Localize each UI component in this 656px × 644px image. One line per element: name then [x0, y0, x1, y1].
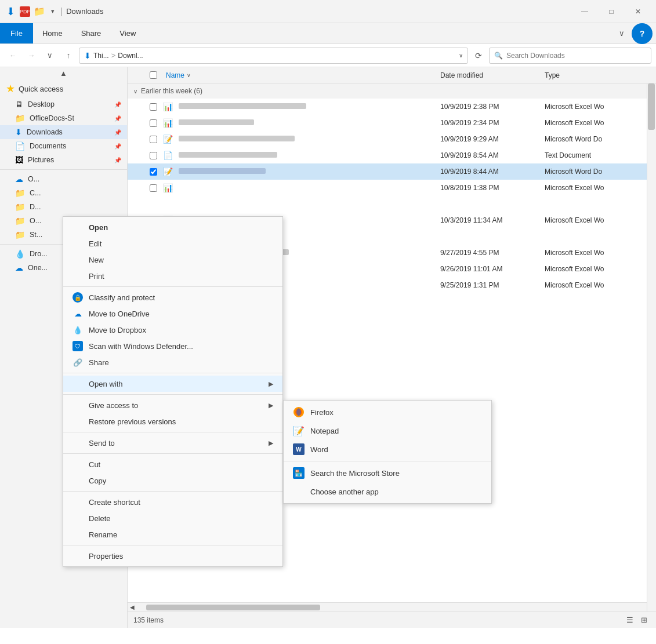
h-scroll-left-btn[interactable]: ◀ — [128, 603, 137, 612]
table-row[interactable]: 📄 10/9/2019 8:54 AM Text Document — [128, 147, 656, 163]
header-checkbox[interactable] — [145, 71, 161, 79]
row-checkbox-6[interactable] — [145, 184, 161, 192]
submenu-word[interactable]: W Word — [284, 440, 491, 459]
sidebar-item-desktop[interactable]: 🖥 Desktop 📌 — [0, 97, 127, 111]
ctx-new[interactable]: New — [63, 252, 282, 268]
ctx-give-access-arrow-icon: ▶ — [269, 402, 273, 409]
row-checkbox-3[interactable] — [145, 136, 161, 143]
quick-access-section[interactable]: ★ Quick access — [0, 79, 127, 97]
search-bar[interactable]: 🔍 — [489, 48, 651, 64]
row-checkbox-1[interactable] — [145, 103, 161, 111]
sidebar-item-officedocs[interactable]: 📁 OfficeDocs-St 📌 — [0, 111, 127, 125]
large-icons-view-button[interactable]: ⊞ — [637, 614, 650, 627]
sidebar-scroll-up[interactable]: ▲ — [0, 67, 127, 79]
menu-expand-chevron[interactable]: ∨ — [612, 23, 632, 43]
ctx-restore[interactable]: Restore previous versions — [63, 413, 282, 430]
h-scrollbar-thumb[interactable] — [146, 605, 320, 610]
submenu-firefox[interactable]: Firefox — [284, 403, 491, 421]
vertical-scrollbar[interactable] — [647, 83, 656, 612]
sidebar-item-d-label: D... — [30, 203, 121, 211]
ctx-open[interactable]: Open — [63, 219, 282, 235]
menu-home[interactable]: Home — [33, 23, 72, 43]
ctx-print[interactable]: Print — [63, 268, 282, 284]
col-type-label: Type — [545, 71, 560, 79]
details-view-button[interactable]: ☰ — [624, 614, 636, 627]
row-checkbox-4[interactable] — [145, 152, 161, 159]
ctx-classify[interactable]: 🔒 Classify and protect — [63, 289, 282, 305]
download-arrow-icon: ⬇ — [5, 6, 16, 17]
menu-view[interactable]: View — [110, 23, 145, 43]
breadcrumb-chevron-icon[interactable]: ∨ — [459, 52, 463, 59]
ctx-properties[interactable]: Properties — [63, 548, 282, 564]
quick-access-toolbar-btn[interactable]: ▾ — [49, 6, 57, 16]
row-checkbox-2[interactable] — [145, 119, 161, 127]
ctx-share[interactable]: 🔗 Share — [63, 354, 282, 370]
ctx-delete[interactable]: Delete — [63, 510, 282, 526]
table-row[interactable]: 📊 10/8/2019 1:38 PM Microsoft Excel Wo — [128, 180, 656, 196]
forward-button[interactable]: → — [23, 48, 39, 64]
o2-folder-icon: 📁 — [15, 216, 25, 225]
horizontal-scrollbar[interactable]: ◀ ▶ — [128, 602, 656, 612]
submenu-store[interactable]: 🏪 Search the Microsoft Store — [284, 464, 491, 482]
submenu-choose-app[interactable]: Choose another app — [284, 482, 491, 501]
ctx-rename[interactable]: Rename — [63, 526, 282, 543]
sidebar-divider-1 — [0, 169, 127, 170]
ctx-cut-icon — [73, 459, 83, 470]
sidebar-item-c[interactable]: 📁 C... — [0, 186, 127, 200]
row-checkbox-5[interactable] — [145, 168, 161, 176]
ctx-print-icon — [73, 271, 83, 281]
ctx-send-to[interactable]: Send to ▶ — [63, 435, 282, 451]
ctx-create-shortcut[interactable]: Create shortcut — [63, 494, 282, 510]
close-button[interactable]: ✕ — [625, 0, 651, 23]
sidebar-item-downloads[interactable]: ⬇ Downloads 📌 — [0, 125, 127, 139]
help-button[interactable]: ? — [632, 23, 653, 44]
title-controls: — □ ✕ — [571, 0, 651, 23]
ctx-open-with-icon — [73, 379, 83, 389]
ctx-share-icon: 🔗 — [73, 357, 83, 368]
sidebar-item-d[interactable]: 📁 D... — [0, 200, 127, 214]
recent-locations-button[interactable]: ∨ — [42, 48, 58, 64]
back-button[interactable]: ← — [5, 48, 21, 64]
submenu-notepad[interactable]: 📝 Notepad — [284, 421, 491, 440]
ctx-divider-6 — [63, 491, 282, 492]
up-button[interactable]: ↑ — [60, 48, 77, 64]
ctx-cut[interactable]: Cut — [63, 456, 282, 472]
menu-share[interactable]: Share — [72, 23, 111, 43]
sidebar-item-onedrive1[interactable]: ☁ O... — [0, 172, 127, 186]
ctx-onedrive[interactable]: ☁ Move to OneDrive — [63, 305, 282, 322]
desktop-icon: 🖥 — [15, 100, 23, 109]
ctx-edit[interactable]: Edit — [63, 235, 282, 252]
folder-icon: 📁 — [34, 6, 45, 17]
minimize-button[interactable]: — — [571, 0, 598, 23]
downloads-icon: ⬇ — [15, 128, 22, 137]
refresh-button[interactable]: ⟳ — [470, 48, 487, 64]
ctx-defender[interactable]: 🛡 Scan with Windows Defender... — [63, 338, 282, 354]
ctx-dropbox[interactable]: 💧 Move to Dropbox — [63, 322, 282, 338]
ctx-open-with-arrow-icon: ▶ — [269, 380, 273, 388]
table-row[interactable]: 📊 10/9/2019 2:34 PM Microsoft Excel Wo — [128, 115, 656, 131]
table-row[interactable] — [128, 196, 656, 212]
col-header-date[interactable]: Date modified — [436, 71, 540, 79]
ctx-copy[interactable]: Copy — [63, 472, 282, 489]
select-all-checkbox[interactable] — [150, 71, 157, 79]
file-group-header[interactable]: ∨ Earlier this week (6) — [128, 83, 656, 99]
title-bar: ⬇ PDF 📁 ▾ | Downloads — □ ✕ — [0, 0, 656, 23]
table-row[interactable]: 📝 10/9/2019 9:29 AM Microsoft Word Do — [128, 131, 656, 147]
sidebar-item-officedocs-label: OfficeDocs-St — [30, 114, 110, 122]
search-input[interactable] — [506, 52, 646, 60]
maximize-button[interactable]: □ — [598, 0, 625, 23]
table-row[interactable]: 📊 10/9/2019 2:38 PM Microsoft Excel Wo — [128, 99, 656, 115]
vertical-scrollbar-thumb[interactable] — [648, 83, 655, 130]
file-date-3: 10/9/2019 9:29 AM — [436, 135, 540, 143]
h-scrollbar-track[interactable] — [146, 604, 637, 611]
ctx-open-with[interactable]: Open with ▶ — [63, 376, 282, 392]
table-row[interactable]: 📝 10/9/2019 8:44 AM Microsoft Word Do — [128, 163, 656, 180]
breadcrumb[interactable]: ⬇ Thi... > Downl... ∨ — [79, 48, 468, 64]
file-type-3: Microsoft Word Do — [540, 135, 656, 143]
file-type-5: Microsoft Word Do — [540, 168, 656, 176]
sidebar-item-pictures[interactable]: 🖼 Pictures 📌 — [0, 153, 127, 167]
menu-file[interactable]: File — [0, 23, 33, 43]
col-header-name[interactable]: Name ∨ — [161, 71, 436, 79]
ctx-give-access[interactable]: Give access to ▶ — [63, 397, 282, 413]
sidebar-item-documents[interactable]: 📄 Documents 📌 — [0, 139, 127, 153]
